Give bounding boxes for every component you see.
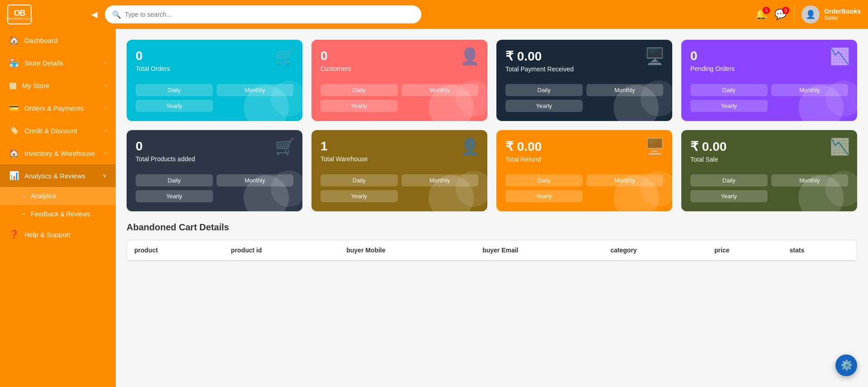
total-sale-label: Total Sale (690, 156, 848, 163)
payments-icon: 💳 (9, 103, 19, 113)
sidebar-item-store-details[interactable]: 🏪 Store Details ‹ (0, 51, 116, 74)
daily-btn-warehouse[interactable]: Daily (321, 174, 398, 187)
sidebar-subitem-feedback-reviews[interactable]: → Feedback & Reviews (0, 205, 116, 223)
abandoned-cart-title: Abandoned Cart Details (127, 222, 857, 233)
search-icon: 🔍 (112, 10, 121, 19)
sale-icon: 📉 (830, 137, 850, 156)
circle-deco-6 (641, 80, 672, 117)
messages-button[interactable]: 💬 0 (774, 9, 787, 20)
total-products-label: Total Products added (136, 155, 293, 163)
sidebar: 🏠 Dashboard 🏪 Store Details ‹ ▦ My Store… (0, 29, 116, 387)
header-right: 🔔 0 💬 0 👤 OrderBooks Seller (755, 5, 861, 23)
settings-fab[interactable]: ⚙️ (835, 354, 857, 376)
payment-icon: 🖥️ (645, 47, 665, 66)
header: OB ORDERBOOKS ◀ 🔍 🔔 0 💬 0 👤 OrderBooks S… (0, 0, 868, 29)
yearly-btn-pending[interactable]: Yearly (690, 100, 768, 112)
daily-btn-pending[interactable]: Daily (690, 84, 768, 96)
yearly-btn-products[interactable]: Yearly (136, 190, 213, 202)
sidebar-sublabel-feedback: Feedback & Reviews (31, 210, 90, 218)
sidebar-subitem-analytics[interactable]: → Analytics (0, 187, 116, 205)
products-icon: 🛒 (275, 137, 295, 156)
yearly-btn-customers[interactable]: Yearly (321, 100, 398, 112)
sidebar-item-my-store[interactable]: ▦ My Store ‹ (0, 74, 116, 97)
total-warehouse-value: 1 (321, 139, 478, 154)
logo-text: OB (14, 9, 25, 17)
help-icon: ❓ (9, 229, 19, 239)
daily-btn-payment[interactable]: Daily (505, 84, 583, 96)
sidebar-label-help: Help & Support (24, 231, 107, 238)
card-customers: 👤 0 Customers Daily Monthly Yearly (311, 40, 487, 121)
sidebar-item-inventory-warehouse[interactable]: 🏠 Inventory & Warehouse ‹ (0, 142, 116, 164)
daily-btn-sale[interactable]: Daily (690, 174, 768, 187)
chevron-icon-analytics: ∨ (103, 173, 107, 179)
stats-cards-grid: 🛒 0 Total Orders Daily Monthly Yearly 👤 … (127, 40, 857, 211)
daily-btn-orders[interactable]: Daily (136, 84, 213, 96)
search-input[interactable] (125, 11, 414, 18)
yearly-btn-orders[interactable]: Yearly (136, 100, 213, 112)
table-header-row: product product id buyer Mobile buyer Em… (127, 240, 857, 261)
user-info: OrderBooks Seller (824, 8, 861, 21)
circle-deco-14 (641, 171, 672, 207)
avatar: 👤 (802, 5, 820, 23)
sidebar-label-credit-discount: Credit & Discount (24, 127, 99, 135)
abandoned-cart-table: product product id buyer Mobile buyer Em… (127, 240, 857, 261)
card-total-sale: 📉 ₹ 0.00 Total Sale Daily Monthly Yearly (681, 130, 857, 211)
total-refund-label: Total Refund (505, 156, 663, 163)
grid-icon: ▦ (9, 80, 17, 90)
daily-btn-refund[interactable]: Daily (505, 174, 583, 187)
card-total-orders: 🛒 0 Total Orders Daily Monthly Yearly (127, 40, 302, 121)
chevron-icon: ‹ (105, 60, 107, 66)
user-area[interactable]: 👤 OrderBooks Seller (794, 5, 861, 23)
refund-icon: 🖥️ (645, 137, 665, 156)
circle-deco-8 (826, 80, 857, 117)
search-bar[interactable]: 🔍 (105, 5, 421, 23)
daily-btn-customers[interactable]: Daily (321, 84, 398, 96)
sidebar-item-help-support[interactable]: ❓ Help & Support (0, 223, 116, 246)
tag-icon: 🏷️ (9, 126, 19, 135)
col-price: price (707, 240, 782, 261)
chevron-icon-credit: ‹ (105, 127, 107, 134)
logo-area: OB ORDERBOOKS ◀ (7, 5, 98, 24)
circle-deco-4 (456, 80, 487, 117)
card-total-warehouse: 👤 1 Total Warehouse Daily Monthly Yearly (311, 130, 487, 211)
total-sale-value: ₹ 0.00 (690, 139, 848, 154)
logo-sub: ORDERBOOKS (6, 17, 33, 20)
customers-icon: 👤 (460, 47, 480, 66)
sidebar-item-orders-payments[interactable]: 💳 Orders & Payments ‹ (0, 97, 116, 119)
yearly-btn-payment[interactable]: Yearly (505, 100, 583, 112)
sidebar-label-orders-payments: Orders & Payments (24, 104, 99, 112)
total-warehouse-label: Total Warehouse (321, 155, 478, 163)
chevron-icon-orders: ‹ (105, 105, 107, 111)
sidebar-item-credit-discount[interactable]: 🏷️ Credit & Discount ‹ (0, 119, 116, 142)
sidebar-label-analytics-reviews: Analytics & Reviews (24, 172, 97, 180)
total-orders-label: Total Orders (136, 65, 293, 72)
total-payment-label: Total Payment Received (505, 65, 663, 73)
sidebar-label-my-store: My Store (22, 82, 99, 89)
collapse-sidebar-button[interactable]: ◀ (91, 9, 98, 19)
pending-icon: 📉 (830, 47, 850, 66)
sidebar-item-dashboard[interactable]: 🏠 Dashboard (0, 29, 116, 51)
customers-label: Customers (321, 65, 478, 72)
total-orders-value: 0 (136, 49, 293, 63)
yearly-btn-warehouse[interactable]: Yearly (321, 190, 398, 202)
messages-badge: 0 (782, 7, 789, 14)
col-product-id: product id (224, 240, 339, 261)
yearly-btn-sale[interactable]: Yearly (690, 190, 768, 202)
yearly-btn-refund[interactable]: Yearly (505, 190, 583, 202)
arrow-icon-feedback: → (20, 210, 26, 218)
warehouse-card-icon: 👤 (460, 137, 480, 156)
card-total-products: 🛒 0 Total Products added Daily Monthly Y… (127, 130, 302, 211)
arrow-icon-analytics: → (20, 192, 26, 200)
store-icon: 🏪 (9, 58, 19, 68)
total-products-value: 0 (136, 139, 293, 154)
total-refund-value: ₹ 0.00 (505, 139, 663, 154)
circle-deco-2 (271, 80, 302, 117)
daily-btn-products[interactable]: Daily (136, 174, 213, 187)
circle-deco-16 (826, 171, 857, 207)
notification-button[interactable]: 🔔 0 (755, 9, 767, 20)
sidebar-item-analytics-reviews[interactable]: 📊 Analytics & Reviews ∨ (0, 164, 116, 187)
logo-box: OB ORDERBOOKS (7, 5, 32, 24)
notification-badge: 0 (763, 7, 770, 14)
analytics-icon: 📊 (9, 171, 19, 181)
card-pending-orders: 📉 0 Pending Orders Daily Monthly Yearly (681, 40, 857, 121)
